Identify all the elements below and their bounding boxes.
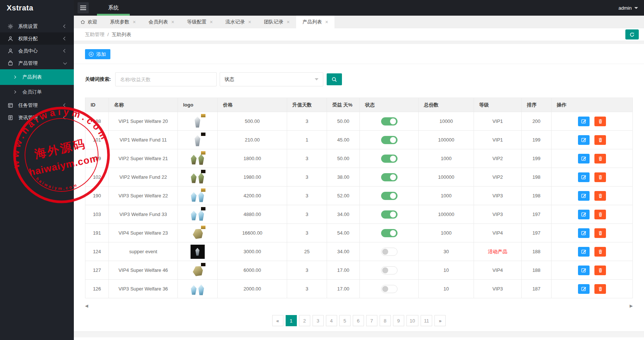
scroll-left-icon[interactable]: ◀ <box>85 304 88 308</box>
status-toggle[interactable] <box>381 173 398 181</box>
delete-button[interactable] <box>594 172 606 182</box>
sidebar-item-members[interactable]: 会员中心 <box>0 45 74 57</box>
tab-close-icon[interactable]: × <box>325 19 328 25</box>
tab[interactable]: 流水记录 × <box>219 16 258 28</box>
topbar-menu-system[interactable]: 系统 <box>97 0 130 16</box>
trash-icon <box>598 212 603 217</box>
page-button[interactable]: » <box>434 315 446 326</box>
status-toggle[interactable] <box>381 266 398 274</box>
tab[interactable]: 产品列表 × <box>296 16 334 28</box>
topbar-menu-label: 系统 <box>108 4 119 11</box>
keyword-input[interactable] <box>115 72 217 86</box>
hamburger-menu-button[interactable] <box>78 2 89 13</box>
breadcrumb-parent[interactable]: 互助管理 <box>85 31 104 38</box>
delete-button[interactable] <box>594 228 606 238</box>
delete-button[interactable] <box>594 284 606 294</box>
add-button[interactable]: 添加 <box>85 49 110 59</box>
page-button[interactable]: 11 <box>421 315 433 326</box>
edit-button[interactable] <box>578 247 590 257</box>
tab-close-icon[interactable]: × <box>171 19 174 25</box>
tab[interactable]: 等级配置 × <box>180 16 219 28</box>
page-button[interactable]: 7 <box>366 315 377 326</box>
user-menu[interactable]: admin <box>619 5 638 11</box>
page-button[interactable]: 2 <box>299 315 310 326</box>
status-select[interactable]: 状态 <box>220 72 323 86</box>
tab-label: 系统参数 <box>110 19 129 25</box>
edit-button[interactable] <box>578 191 590 201</box>
edit-button[interactable] <box>578 284 590 294</box>
tab-close-icon[interactable]: × <box>133 19 136 25</box>
toggle-knob <box>390 212 396 217</box>
delete-button[interactable] <box>594 247 606 257</box>
trash-icon <box>598 249 603 254</box>
delete-button[interactable] <box>594 266 606 275</box>
scroll-right-icon[interactable]: ▶ <box>630 304 633 308</box>
sidebar-item-permissions[interactable]: 权限分配 <box>0 32 74 45</box>
tab-close-icon[interactable]: × <box>287 19 290 25</box>
delete-button[interactable] <box>594 210 606 219</box>
sidebar-item-products[interactable]: 产品管理 <box>0 57 74 69</box>
sidebar-subitem-product-list[interactable]: 产品列表 <box>0 69 74 85</box>
edit-button[interactable] <box>578 266 590 275</box>
page-button[interactable]: 6 <box>353 315 364 326</box>
cell-days: 3 <box>287 187 327 205</box>
tab[interactable]: 欢迎 × <box>74 16 104 28</box>
page-button[interactable]: 8 <box>380 315 391 326</box>
page-button[interactable]: 1 <box>286 315 297 326</box>
status-toggle[interactable] <box>381 285 398 293</box>
delete-button[interactable] <box>594 154 606 163</box>
cell-name: VIP2 Welfare Fund 22 <box>109 168 178 187</box>
delete-button[interactable] <box>594 117 606 126</box>
edit-icon <box>581 267 587 273</box>
page-button[interactable]: 5 <box>339 315 351 326</box>
sidebar-item-system-settings[interactable]: 系统设置 <box>0 20 74 32</box>
chevron-left-icon <box>63 104 67 107</box>
status-toggle[interactable] <box>381 229 398 237</box>
cell-logo <box>178 112 218 131</box>
page-button[interactable]: « <box>272 315 283 326</box>
page-button[interactable]: 4 <box>326 315 337 326</box>
column-header: 排序 <box>522 98 552 112</box>
edit-icon <box>581 137 587 143</box>
edit-button[interactable] <box>578 172 590 182</box>
username: admin <box>619 5 632 11</box>
cell-level: VIP2 <box>474 168 522 187</box>
trash-icon <box>598 156 603 161</box>
search-button[interactable] <box>327 73 342 85</box>
toggle-knob <box>390 137 396 143</box>
status-toggle[interactable] <box>381 136 398 144</box>
edit-button[interactable] <box>578 210 590 219</box>
tab-close-icon[interactable]: × <box>248 19 251 25</box>
status-toggle[interactable] <box>381 192 398 200</box>
status-toggle[interactable] <box>381 117 398 125</box>
page-button[interactable]: 3 <box>312 315 324 326</box>
tab[interactable]: 系统参数 × <box>104 16 142 28</box>
edit-button[interactable] <box>578 117 590 126</box>
cell-price: 4200.00 <box>218 187 287 205</box>
refresh-button[interactable] <box>625 29 639 39</box>
edit-button[interactable] <box>578 228 590 238</box>
tab-close-icon[interactable]: × <box>210 19 213 25</box>
edit-button[interactable] <box>578 154 590 163</box>
status-toggle[interactable] <box>381 248 398 256</box>
status-toggle[interactable] <box>381 210 398 219</box>
toggle-knob <box>390 193 396 199</box>
breadcrumb: 互助管理 / 互助列表 <box>74 28 644 41</box>
delete-button[interactable] <box>594 191 606 201</box>
status-toggle[interactable] <box>381 155 398 163</box>
column-header: 升值天数 <box>287 98 327 112</box>
tab[interactable]: 团队记录 × <box>258 16 296 28</box>
cell-actions <box>552 149 633 168</box>
tab[interactable]: 会员列表 × <box>142 16 180 28</box>
edit-button[interactable] <box>578 135 590 145</box>
cell-id: 127 <box>85 261 109 280</box>
cell-level: VIP2 <box>474 149 522 168</box>
sidebar-item-news[interactable]: 资讯管理 <box>0 111 74 124</box>
delete-button[interactable] <box>594 135 606 145</box>
page-button[interactable]: 10 <box>406 315 418 326</box>
product-logo-image <box>189 151 206 166</box>
search-label: 关键词搜索: <box>85 76 111 83</box>
sidebar-item-tasks[interactable]: 任务管理 <box>0 99 74 111</box>
page-button[interactable]: 9 <box>393 315 404 326</box>
sidebar-subitem-member-orders[interactable]: 会员订单 <box>0 85 74 99</box>
